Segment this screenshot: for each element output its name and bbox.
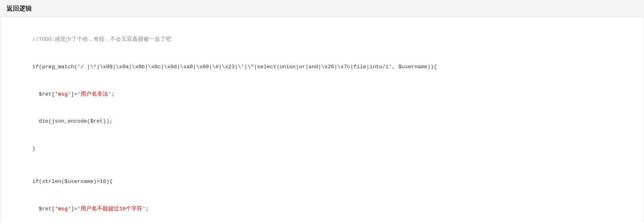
code-comment: //TODO:感觉少了个啥，奇怪，不会又双叒叕被一血了吧	[13, 26, 631, 54]
if-keyword: if(	[32, 64, 42, 70]
regex-escape1: \*|\x09|\x0a|\x0b|\x0c|\x0d|\xa0|\x00|\#…	[90, 64, 254, 70]
page-container: 返回逻辑 //TODO:感觉少了个啥，奇怪，不会又双叒叕被一血了吧 if(pre…	[0, 0, 644, 223]
page-title: 返回逻辑	[0, 3, 644, 16]
code-block: //TODO:感觉少了个啥，奇怪，不会又双叒叕被一血了吧 if(preg_mat…	[0, 16, 644, 223]
code-close-brace1: }	[13, 135, 631, 163]
code-ret-msg-illegal: $ret['msg']='用户名非法';	[13, 81, 631, 108]
or-text: or	[299, 64, 305, 70]
spacer1	[13, 163, 631, 168]
comment-text: //TODO:感觉少了个啥，奇怪，不会又双叒叕被一血了吧	[32, 37, 172, 42]
code-ret-msg-length: $ret['msg']='用户名不能超过16个字符';	[13, 196, 631, 223]
preg-match-func: preg_match	[42, 64, 74, 70]
code-strlen: if(strlen($username)>16){	[13, 168, 631, 196]
code-die-json1: die(json_encode($ret));	[13, 108, 631, 135]
paren-open: ('/ |	[74, 64, 90, 70]
code-preg-match: if(preg_match('/ |\*|\x09|\x0a|\x0b|\x0c…	[13, 54, 631, 81]
